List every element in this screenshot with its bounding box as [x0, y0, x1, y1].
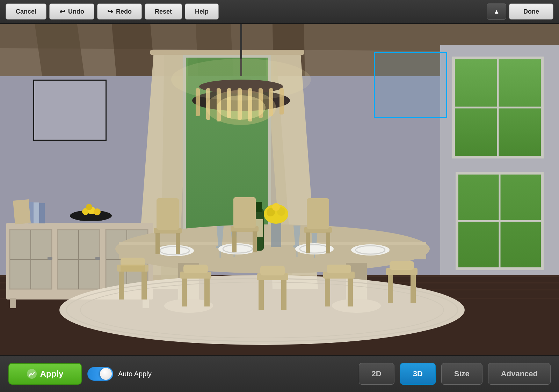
svg-point-85: [272, 203, 280, 211]
auto-apply-label: Auto Apply: [118, 370, 152, 378]
undo-icon: ↩: [59, 7, 65, 16]
svg-rect-60: [95, 257, 100, 260]
svg-point-46: [171, 59, 311, 101]
scene-viewport[interactable]: [0, 24, 559, 355]
svg-rect-135: [307, 198, 329, 229]
toggle-thumb: [100, 368, 112, 380]
svg-rect-123: [390, 261, 414, 270]
redo-button[interactable]: ↪ Redo: [97, 3, 142, 20]
auto-apply-toggle[interactable]: [87, 367, 113, 381]
svg-rect-48: [10, 298, 16, 308]
apply-icon: [27, 369, 37, 379]
svg-rect-131: [233, 197, 256, 228]
cancel-button[interactable]: Cancel: [6, 3, 46, 20]
svg-rect-117: [281, 280, 286, 310]
svg-rect-136: [306, 232, 310, 253]
svg-rect-63: [34, 202, 39, 223]
svg-rect-124: [388, 275, 393, 303]
svg-rect-132: [232, 231, 237, 252]
apply-button[interactable]: Apply: [8, 363, 82, 385]
svg-rect-65: [13, 199, 31, 224]
advanced-button[interactable]: Advanced: [488, 363, 551, 385]
undo-button[interactable]: ↩ Undo: [49, 3, 94, 20]
svg-rect-112: [182, 279, 187, 306]
svg-rect-59: [48, 257, 52, 260]
svg-rect-116: [259, 280, 264, 310]
svg-rect-111: [183, 265, 208, 273]
svg-rect-113: [204, 279, 210, 306]
done-button[interactable]: Done: [509, 3, 553, 20]
svg-point-70: [86, 204, 92, 210]
svg-rect-120: [325, 279, 330, 306]
svg-rect-115: [260, 266, 285, 275]
svg-rect-81: [271, 223, 281, 247]
svg-rect-121: [348, 279, 353, 306]
top-toolbar: Cancel ↩ Undo ↪ Redo Reset Help ▲ Done: [0, 0, 559, 24]
collapse-icon: ▲: [493, 8, 500, 15]
svg-rect-28: [150, 50, 304, 55]
svg-rect-64: [39, 203, 45, 223]
svg-rect-109: [121, 265, 145, 272]
svg-rect-125: [411, 275, 416, 303]
help-button[interactable]: Help: [185, 3, 219, 20]
auto-apply-group: Auto Apply: [87, 367, 152, 381]
btn-size[interactable]: Size: [441, 363, 482, 385]
svg-rect-133: [253, 231, 257, 252]
svg-rect-129: [176, 233, 180, 254]
svg-rect-127: [157, 198, 179, 230]
svg-rect-79: [255, 202, 262, 212]
svg-rect-107: [119, 272, 124, 299]
svg-point-69: [94, 208, 101, 215]
collapse-button[interactable]: ▲: [487, 3, 506, 20]
redo-icon: ↪: [107, 7, 113, 16]
btn-3d[interactable]: 3D: [400, 363, 436, 385]
reset-button[interactable]: Reset: [145, 3, 182, 20]
svg-rect-119: [327, 265, 351, 273]
svg-rect-137: [326, 232, 330, 253]
svg-rect-108: [141, 272, 147, 299]
bottom-toolbar: Apply Auto Apply 2D 3D Size Advanced: [0, 355, 559, 392]
apply-label: Apply: [40, 369, 64, 379]
svg-rect-128: [155, 233, 160, 254]
btn-2d[interactable]: 2D: [359, 363, 394, 385]
